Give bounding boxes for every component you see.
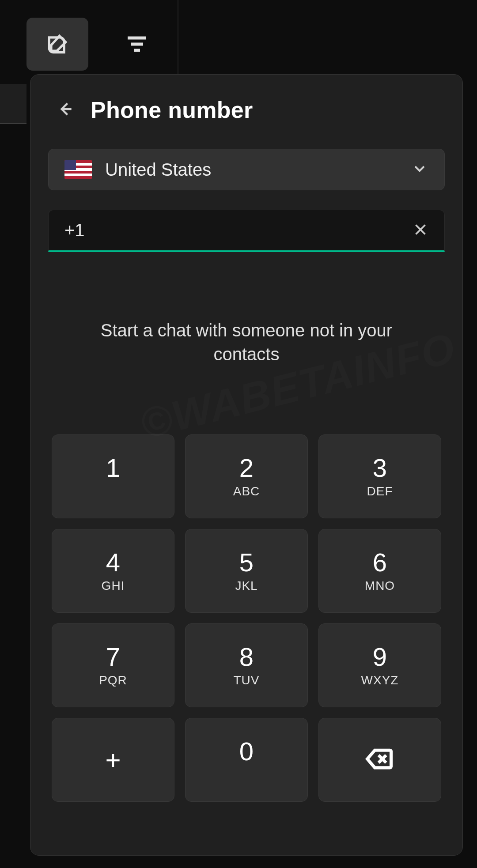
pane-divider <box>178 0 178 74</box>
key-delete[interactable] <box>318 718 441 802</box>
key-plus[interactable]: + <box>52 718 174 802</box>
panel-title: Phone number <box>91 97 253 123</box>
sidebar-active-indicator <box>0 84 26 124</box>
key-7[interactable]: 7PQR <box>52 623 174 707</box>
key-sub: GHI <box>102 579 125 592</box>
key-5[interactable]: 5JKL <box>185 529 308 613</box>
hint-text: Start a chat with someone not in your co… <box>79 318 414 366</box>
key-sub: MNO <box>365 579 395 592</box>
country-selector-value: United States <box>64 160 211 180</box>
key-4[interactable]: 4GHI <box>52 529 174 613</box>
phone-input-value: +1 <box>64 220 85 240</box>
key-0[interactable]: 0 <box>185 718 308 802</box>
key-2[interactable]: 2ABC <box>185 434 308 518</box>
back-button[interactable] <box>55 99 75 121</box>
key-sub: WXYZ <box>361 673 399 687</box>
key-digit: 6 <box>373 550 387 575</box>
phone-input[interactable]: +1 <box>48 210 445 252</box>
chevron-down-icon <box>411 160 428 179</box>
country-name: United States <box>105 160 211 180</box>
backspace-icon <box>365 744 395 776</box>
flag-us-icon <box>64 160 92 179</box>
key-sub: TUV <box>234 673 260 687</box>
phone-number-panel: ©WABETAINFO Phone number United States +… <box>30 74 463 856</box>
key-digit: 0 <box>239 739 254 764</box>
dial-keypad: 1 2ABC 3DEF 4GHI 5JKL 6MNO 7PQR 8TUV 9WX… <box>48 434 445 802</box>
key-9[interactable]: 9WXYZ <box>318 623 441 707</box>
close-icon <box>413 231 428 239</box>
compose-button[interactable] <box>26 18 88 71</box>
key-sub: DEF <box>367 484 393 498</box>
key-digit: 9 <box>373 644 387 670</box>
key-digit: 7 <box>106 644 120 670</box>
key-sub: JKL <box>235 579 257 592</box>
key-6[interactable]: 6MNO <box>318 529 441 613</box>
country-selector[interactable]: United States <box>48 149 445 190</box>
clear-button[interactable] <box>413 222 428 239</box>
panel-header: Phone number <box>48 97 445 123</box>
key-3[interactable]: 3DEF <box>318 434 441 518</box>
filter-button[interactable] <box>106 18 168 71</box>
key-8[interactable]: 8TUV <box>185 623 308 707</box>
key-digit: 8 <box>239 644 254 670</box>
key-digit: 3 <box>373 455 387 481</box>
key-digit: 1 <box>106 455 120 481</box>
key-digit: 4 <box>106 550 120 575</box>
key-sub: ABC <box>233 484 260 498</box>
key-digit: 5 <box>239 550 254 575</box>
key-1[interactable]: 1 <box>52 434 174 518</box>
key-digit: 2 <box>239 455 254 481</box>
key-sub: PQR <box>99 673 127 687</box>
plus-icon: + <box>105 745 121 775</box>
